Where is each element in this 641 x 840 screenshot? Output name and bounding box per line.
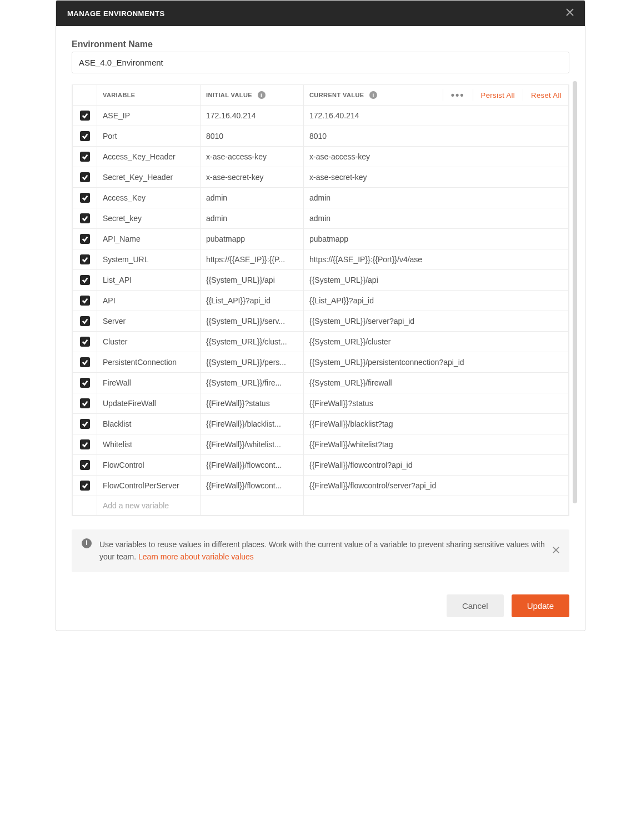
- persist-all-button[interactable]: Persist All: [481, 91, 515, 99]
- current-value-cell[interactable]: {{FireWall}}/flowcontrol?api_id: [304, 455, 569, 476]
- initial-value-cell[interactable]: x-ase-access-key: [201, 147, 304, 167]
- row-checkbox[interactable]: [80, 172, 90, 182]
- variable-name-cell[interactable]: Whitelist: [97, 434, 201, 455]
- initial-value-cell[interactable]: {{System_URL}}/fire...: [201, 373, 304, 393]
- table-row: Blacklist{{FireWall}}/blacklist...{{Fire…: [73, 414, 569, 434]
- table-row: PersistentConnection{{System_URL}}/pers.…: [73, 352, 569, 373]
- variable-name-cell[interactable]: Secret_key: [97, 208, 201, 229]
- initial-value-cell[interactable]: https://{{ASE_IP}}:{{P...: [201, 249, 304, 270]
- info-icon[interactable]: i: [258, 91, 266, 99]
- initial-value-cell[interactable]: {{System_URL}}/clust...: [201, 332, 304, 352]
- environment-name-input[interactable]: [72, 52, 569, 73]
- current-value-cell[interactable]: {{FireWall}}/flowcontrol/server?api_id: [304, 476, 569, 496]
- initial-value-cell[interactable]: x-ase-secret-key: [201, 167, 304, 188]
- initial-value-cell[interactable]: {{FireWall}}/flowcont...: [201, 476, 304, 496]
- column-header-checkbox: [73, 85, 97, 106]
- row-checkbox[interactable]: [80, 357, 90, 367]
- current-value-cell[interactable]: {{FireWall}}/blacklist?tag: [304, 414, 569, 434]
- row-checkbox[interactable]: [80, 439, 90, 449]
- initial-value-cell[interactable]: 172.16.40.214: [201, 106, 304, 126]
- row-checkbox[interactable]: [80, 234, 90, 244]
- cancel-button[interactable]: Cancel: [447, 594, 504, 617]
- variable-name-cell[interactable]: List_API: [97, 270, 201, 291]
- current-value-cell[interactable]: {{System_URL}}/persistentconnection?api_…: [304, 352, 569, 373]
- current-value-cell[interactable]: {{System_URL}}/firewall: [304, 373, 569, 393]
- current-value-cell[interactable]: x-ase-access-key: [304, 147, 569, 167]
- current-value-cell[interactable]: 172.16.40.214: [304, 106, 569, 126]
- row-checkbox[interactable]: [80, 460, 90, 470]
- row-checkbox[interactable]: [80, 398, 90, 408]
- table-row: Cluster{{System_URL}}/clust...{{System_U…: [73, 332, 569, 352]
- row-checkbox[interactable]: [80, 213, 90, 223]
- initial-value-cell[interactable]: admin: [201, 208, 304, 229]
- row-checkbox[interactable]: [80, 152, 90, 162]
- row-checkbox[interactable]: [80, 316, 90, 326]
- initial-value-cell[interactable]: {{System_URL}}/serv...: [201, 311, 304, 332]
- variable-name-cell[interactable]: Blacklist: [97, 414, 201, 434]
- more-actions-button[interactable]: •••: [451, 90, 465, 100]
- current-value-cell[interactable]: admin: [304, 208, 569, 229]
- current-value-cell[interactable]: {{List_API}}?api_id: [304, 291, 569, 311]
- table-row: Port80108010: [73, 126, 569, 147]
- variable-name-cell[interactable]: FlowControl: [97, 455, 201, 476]
- current-value-cell[interactable]: pubatmapp: [304, 229, 569, 249]
- current-value-cell[interactable]: x-ase-secret-key: [304, 167, 569, 188]
- variable-name-cell[interactable]: Server: [97, 311, 201, 332]
- row-checkbox[interactable]: [80, 481, 90, 491]
- row-checkbox[interactable]: [80, 378, 90, 388]
- variable-name-cell[interactable]: Access_Key_Header: [97, 147, 201, 167]
- variable-name-cell[interactable]: Access_Key: [97, 188, 201, 208]
- current-value-cell[interactable]: {{System_URL}}/cluster: [304, 332, 569, 352]
- row-checkbox[interactable]: [80, 111, 90, 121]
- new-variable-placeholder[interactable]: Add a new variable: [97, 496, 201, 516]
- close-icon[interactable]: [566, 8, 574, 18]
- current-value-cell[interactable]: admin: [304, 188, 569, 208]
- row-checkbox[interactable]: [80, 193, 90, 203]
- variable-name-cell[interactable]: PersistentConnection: [97, 352, 201, 373]
- initial-value-cell[interactable]: 8010: [201, 126, 304, 147]
- current-value-cell[interactable]: {{FireWall}}?status: [304, 393, 569, 414]
- initial-value-cell[interactable]: {{FireWall}}/whitelist...: [201, 434, 304, 455]
- initial-value-cell[interactable]: {{System_URL}}/api: [201, 270, 304, 291]
- variable-name-cell[interactable]: UpdateFireWall: [97, 393, 201, 414]
- table-row: FireWall{{System_URL}}/fire...{{System_U…: [73, 373, 569, 393]
- column-header-variable: VARIABLE: [97, 85, 201, 106]
- initial-value-cell[interactable]: {{FireWall}}/flowcont...: [201, 455, 304, 476]
- row-checkbox[interactable]: [80, 337, 90, 347]
- initial-value-cell[interactable]: {{FireWall}}?status: [201, 393, 304, 414]
- row-checkbox[interactable]: [80, 275, 90, 285]
- learn-more-link[interactable]: Learn more about variable values: [138, 552, 254, 561]
- variable-name-cell[interactable]: API: [97, 291, 201, 311]
- current-value-cell[interactable]: {{FireWall}}/whitelist?tag: [304, 434, 569, 455]
- current-value-cell[interactable]: {{System_URL}}/server?api_id: [304, 311, 569, 332]
- info-icon[interactable]: i: [369, 91, 377, 99]
- update-button[interactable]: Update: [512, 594, 569, 617]
- row-checkbox[interactable]: [80, 254, 90, 264]
- new-variable-row[interactable]: Add a new variable: [73, 496, 569, 516]
- variable-name-cell[interactable]: System_URL: [97, 249, 201, 270]
- initial-value-cell[interactable]: admin: [201, 188, 304, 208]
- current-value-cell[interactable]: 8010: [304, 126, 569, 147]
- variable-name-cell[interactable]: Port: [97, 126, 201, 147]
- current-value-cell[interactable]: https://{{ASE_IP}}:{{Port}}/v4/ase: [304, 249, 569, 270]
- initial-value-cell[interactable]: pubatmapp: [201, 229, 304, 249]
- row-checkbox[interactable]: [80, 296, 90, 306]
- variable-name-cell[interactable]: Secret_Key_Header: [97, 167, 201, 188]
- initial-value-cell[interactable]: {{FireWall}}/blacklist...: [201, 414, 304, 434]
- current-value-cell[interactable]: {{System_URL}}/api: [304, 270, 569, 291]
- row-checkbox[interactable]: [80, 419, 90, 429]
- initial-value-cell[interactable]: {{System_URL}}/pers...: [201, 352, 304, 373]
- table-row: List_API{{System_URL}}/api{{System_URL}}…: [73, 270, 569, 291]
- variable-name-cell[interactable]: Cluster: [97, 332, 201, 352]
- dismiss-help-icon[interactable]: [553, 544, 559, 557]
- variable-name-cell[interactable]: FlowControlPerServer: [97, 476, 201, 496]
- variable-name-cell[interactable]: ASE_IP: [97, 106, 201, 126]
- reset-all-button[interactable]: Reset All: [531, 91, 562, 99]
- variable-name-cell[interactable]: FireWall: [97, 373, 201, 393]
- initial-value-cell[interactable]: {{List_API}}?api_id: [201, 291, 304, 311]
- variable-name-cell[interactable]: API_Name: [97, 229, 201, 249]
- scrollbar[interactable]: [573, 81, 577, 516]
- table-row: ASE_IP172.16.40.214172.16.40.214: [73, 106, 569, 126]
- row-checkbox[interactable]: [80, 131, 90, 141]
- modal-footer: Cancel Update: [56, 583, 585, 631]
